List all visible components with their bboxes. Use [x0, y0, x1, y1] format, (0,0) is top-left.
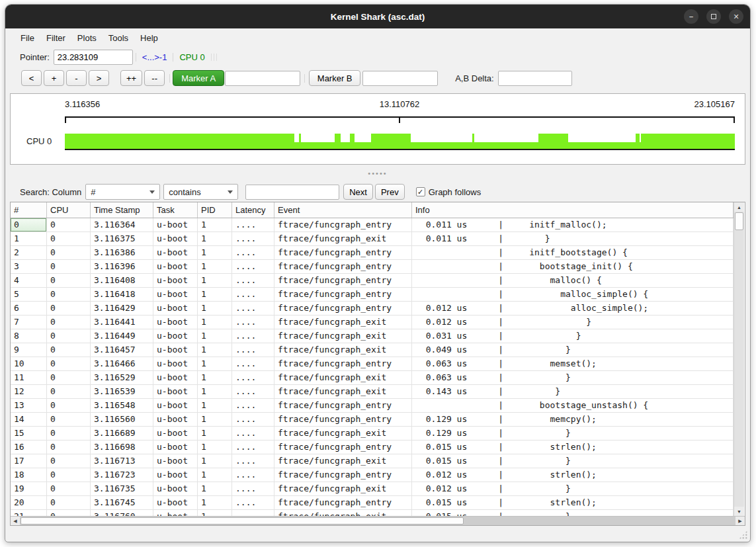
cell-cpu[interactable]: 0 [47, 371, 91, 384]
cell-cpu[interactable]: 0 [47, 399, 91, 412]
table-row[interactable]: 403.116408u-boot1....ftrace/funcgraph_en… [11, 274, 734, 288]
cell-latency[interactable]: .... [232, 385, 274, 398]
cell-info[interactable]: | initf_bootstage() { [412, 246, 734, 259]
cell-cpu[interactable]: 0 [47, 274, 91, 287]
cell-info[interactable]: 0.031 us | } [412, 329, 734, 343]
cell-cpu[interactable]: 0 [47, 510, 91, 516]
cell-pid[interactable]: 1 [198, 510, 232, 516]
cell-task[interactable]: u-boot [153, 427, 198, 440]
table-row[interactable]: 703.116441u-boot1....ftrace/funcgraph_ex… [11, 316, 734, 329]
cell-latency[interactable]: .... [232, 218, 274, 231]
cell-index[interactable]: 10 [11, 357, 47, 370]
cell-latency[interactable]: .... [232, 329, 274, 343]
cell-latency[interactable]: .... [232, 482, 274, 495]
cell-task[interactable]: u-boot [153, 274, 198, 287]
cell-event[interactable]: ftrace/funcgraph_entry [274, 468, 412, 482]
cell-timestamp[interactable]: 3.116735 [91, 482, 153, 495]
menu-item-filter[interactable]: Filter [40, 30, 71, 46]
cell-event[interactable]: ftrace/funcgraph_exit [274, 385, 412, 398]
cell-event[interactable]: ftrace/funcgraph_entry [274, 274, 412, 287]
cell-timestamp[interactable]: 3.116539 [91, 385, 153, 398]
cell-latency[interactable]: .... [232, 413, 274, 426]
cell-index[interactable]: 7 [11, 316, 47, 329]
cell-pid[interactable]: 1 [198, 482, 232, 495]
cell-index[interactable]: 15 [11, 427, 47, 440]
column-header-pid[interactable]: PID [198, 202, 232, 218]
cell-cpu[interactable]: 0 [47, 246, 91, 259]
cell-index[interactable]: 8 [11, 329, 47, 343]
cell-timestamp[interactable]: 3.116418 [91, 288, 153, 301]
table-row[interactable]: 1603.116698u-boot1....ftrace/funcgraph_e… [11, 441, 734, 454]
table-row[interactable]: 1103.116529u-boot1....ftrace/funcgraph_e… [11, 371, 734, 385]
cell-event[interactable]: ftrace/funcgraph_entry [274, 260, 412, 273]
cell-pid[interactable]: 1 [198, 329, 232, 343]
cell-task[interactable]: u-boot [153, 288, 198, 301]
cell-index[interactable]: 2 [11, 246, 47, 259]
cell-timestamp[interactable]: 3.116745 [91, 496, 153, 509]
cell-event[interactable]: ftrace/funcgraph_exit [274, 343, 412, 357]
cell-pid[interactable]: 1 [198, 218, 232, 231]
cell-timestamp[interactable]: 3.116396 [91, 260, 153, 273]
cell-timestamp[interactable]: 3.116723 [91, 468, 153, 482]
cell-task[interactable]: u-boot [153, 454, 198, 468]
cell-pid[interactable]: 1 [198, 357, 232, 370]
cell-index[interactable]: 0 [11, 218, 47, 231]
close-button[interactable]: ✕ [729, 9, 743, 24]
column-header-event[interactable]: Event [274, 202, 412, 218]
cell-task[interactable]: u-boot [153, 329, 198, 343]
cell-index[interactable]: 9 [11, 343, 47, 357]
cell-event[interactable]: ftrace/funcgraph_exit [274, 427, 412, 440]
cell-cpu[interactable]: 0 [47, 232, 91, 245]
zoom-out-max-button[interactable]: -- [144, 70, 165, 86]
cell-latency[interactable]: .... [232, 468, 274, 482]
zoom-in-button[interactable]: + [44, 70, 64, 86]
cell-timestamp[interactable]: 3.116441 [91, 316, 153, 329]
cell-info[interactable]: 0.012 us | strlen(); [412, 468, 734, 482]
column-select[interactable]: # [85, 184, 160, 200]
cell-cpu[interactable]: 0 [47, 482, 91, 495]
cell-info[interactable]: 0.011 us | } [412, 232, 734, 245]
cell-pid[interactable]: 1 [198, 288, 232, 301]
cell-index[interactable]: 1 [11, 232, 47, 245]
cell-cpu[interactable]: 0 [47, 260, 91, 273]
column-header-latency[interactable]: Latency [232, 202, 274, 218]
cell-info[interactable]: 0.049 us | } [412, 343, 734, 357]
cell-timestamp[interactable]: 3.116760 [91, 510, 153, 516]
cell-timestamp[interactable]: 3.116529 [91, 371, 153, 384]
next-button[interactable]: Next [343, 184, 373, 200]
cell-info[interactable]: 0.063 us | memset(); [412, 357, 734, 370]
cell-pid[interactable]: 1 [198, 413, 232, 426]
cell-index[interactable]: 12 [11, 385, 47, 398]
cell-cpu[interactable]: 0 [47, 413, 91, 426]
cell-pid[interactable]: 1 [198, 454, 232, 468]
cell-task[interactable]: u-boot [153, 357, 198, 370]
cell-timestamp[interactable]: 3.116689 [91, 427, 153, 440]
cell-latency[interactable]: .... [232, 302, 274, 315]
cell-latency[interactable]: .... [232, 232, 274, 245]
ab-delta-input[interactable] [498, 71, 572, 86]
cell-index[interactable]: 19 [11, 482, 47, 495]
scroll-down-icon[interactable]: ▼ [734, 507, 744, 516]
cell-info[interactable]: 0.143 us | } [412, 385, 734, 398]
cell-task[interactable]: u-boot [153, 482, 198, 495]
cell-task[interactable]: u-boot [153, 441, 198, 454]
cell-info[interactable]: 0.015 us | strlen(); [412, 441, 734, 454]
cell-cpu[interactable]: 0 [47, 343, 91, 357]
cell-timestamp[interactable]: 3.116364 [91, 218, 153, 231]
marker-a-input[interactable] [225, 71, 300, 86]
column-header-time-stamp[interactable]: Time Stamp [91, 202, 153, 218]
cell-task[interactable]: u-boot [153, 302, 198, 315]
cell-pid[interactable]: 1 [198, 385, 232, 398]
cell-cpu[interactable]: 0 [47, 385, 91, 398]
cell-index[interactable]: 20 [11, 496, 47, 509]
cell-info[interactable]: | bootstage_init() { [412, 260, 734, 273]
cell-timestamp[interactable]: 3.116548 [91, 399, 153, 412]
table-row[interactable]: 1203.116539u-boot1....ftrace/funcgraph_e… [11, 385, 734, 399]
match-select[interactable]: contains [163, 184, 238, 200]
table-row[interactable]: 603.116429u-boot1....ftrace/funcgraph_en… [11, 302, 734, 316]
table-row[interactable]: 1003.116466u-boot1....ftrace/funcgraph_e… [11, 357, 734, 371]
cell-timestamp[interactable]: 3.116698 [91, 441, 153, 454]
cell-latency[interactable]: .... [232, 260, 274, 273]
marker-a-button[interactable]: Marker A [173, 70, 224, 86]
vertical-scrollbar[interactable]: ▲ ▼ [734, 202, 744, 516]
